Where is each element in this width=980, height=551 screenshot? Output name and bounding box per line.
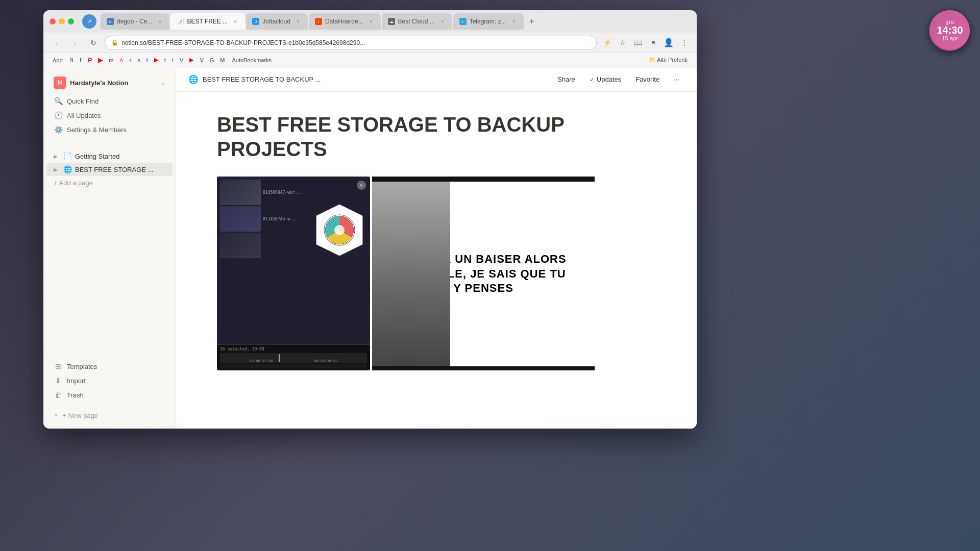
content-images: 010566947-wor... 011450746-w... xyxy=(217,177,595,370)
bookmark-label-app: App xyxy=(53,57,63,63)
minimize-button[interactable] xyxy=(59,18,65,24)
desktop: 14:30 15 apr ↗ d degoo - Ce... × xyxy=(0,0,980,551)
tab-telegram[interactable]: t Telegram: z... × xyxy=(453,13,524,30)
bookmark-yt3[interactable]: ▶ xyxy=(187,56,195,64)
bookmark-n[interactable]: N xyxy=(68,56,76,64)
sidebar-item-import[interactable]: ⬇ Import xyxy=(46,373,173,388)
svg-point-3 xyxy=(334,225,345,235)
clock-display-date: 15 apr xyxy=(942,35,958,41)
sidebar-item-trash[interactable]: 🗑 Trash xyxy=(46,388,173,402)
new-page-label: + New page xyxy=(62,412,98,419)
thumbnail-3 xyxy=(220,233,261,258)
nav-icons: ⚡ ☆ 📖 ≡ 👤 ⋮ xyxy=(601,36,691,49)
close-button[interactable] xyxy=(50,18,56,24)
fcp-icon xyxy=(314,202,365,258)
sidebar-spacer xyxy=(43,190,176,357)
sidebar-toggle[interactable]: ≡ xyxy=(647,36,660,49)
video-editor-bg: 010566947-wor... 011450746-w... xyxy=(217,177,370,370)
sidebar-item-templates[interactable]: ⊞ Templates xyxy=(46,359,173,373)
sidebar-bottom-section: ⊞ Templates ⬇ Import 🗑 Trash xyxy=(43,357,176,404)
workspace-icon: H xyxy=(54,77,66,89)
bookmark-s[interactable]: s xyxy=(135,56,142,64)
video-editor-image: 010566947-wor... 011450746-w... xyxy=(217,177,370,370)
maximize-button[interactable] xyxy=(68,18,74,24)
reload-button[interactable]: ↻ xyxy=(86,36,101,50)
url-bar[interactable]: 🔒 notion.so/BEST-FREE-STORAGE-TO-BACKUP-… xyxy=(105,36,597,50)
file-label-1: 010566947-wor... xyxy=(263,190,302,195)
tab-close-best-free[interactable]: × xyxy=(232,18,239,25)
nav-label-settings: Settings & Members xyxy=(67,126,127,134)
sidebar-item-all-updates[interactable]: 🕐 All Updates xyxy=(46,108,173,122)
tab-datahoader[interactable]: r DataHoarde... × xyxy=(309,13,381,30)
tab-degoo[interactable]: d degoo - Ce... × xyxy=(101,13,169,30)
bookmark-y[interactable]: ▶ xyxy=(96,56,105,65)
tab-close-jotta[interactable]: × xyxy=(295,18,302,25)
nav-label-import: Import xyxy=(67,377,86,385)
favorite-button[interactable]: Favorite xyxy=(630,73,665,85)
new-tab-button[interactable]: + xyxy=(525,14,539,29)
timeline-bar: 00:00:15:00 00:00:20:00 xyxy=(220,353,367,363)
sidebar-item-settings[interactable]: ⚙️ Settings & Members xyxy=(46,122,173,137)
notion-page-header: 🌐 BEST FREE STORAGE TO BACKUP ... Share … xyxy=(176,67,697,92)
tab-close-degoo[interactable]: × xyxy=(156,18,163,25)
workspace-header[interactable]: H Hardstyle's Notion ⌄ xyxy=(46,73,173,92)
woman-photo xyxy=(372,182,450,366)
bookmark-reddit[interactable]: A xyxy=(117,56,125,64)
tab-label-telegram: Telegram: z... xyxy=(470,18,506,25)
tab-best-free[interactable]: 📝 BEST FREE ... × xyxy=(170,13,245,30)
time-label-1: 00:00:15:00 xyxy=(250,359,273,363)
notion-main: 🌐 BEST FREE STORAGE TO BACKUP ... Share … xyxy=(176,67,697,429)
tab-label-jotta: Jottacloud xyxy=(262,18,290,25)
reader-button[interactable]: 📖 xyxy=(631,36,645,49)
sidebar-item-quick-find[interactable]: 🔍 Quick Find xyxy=(46,94,173,108)
bookmark-gmail[interactable]: G xyxy=(208,56,216,64)
playhead xyxy=(279,354,280,362)
bookmark-t2[interactable]: t xyxy=(162,56,168,64)
bookmark-v2[interactable]: V xyxy=(198,56,205,64)
page-best-free-storage[interactable]: ▶ 🌐 BEST FREE STORAGE ... xyxy=(46,163,173,176)
back-button[interactable]: ‹ xyxy=(50,36,64,50)
bookmark-r2[interactable]: r xyxy=(128,56,134,64)
breadcrumb-icon: 🌐 xyxy=(188,74,199,84)
page-getting-started[interactable]: ▶ 📄 Getting Started xyxy=(46,149,173,163)
lock-icon: 🔒 xyxy=(111,39,118,46)
more-button[interactable]: ⋮ xyxy=(677,36,691,49)
tab-close-cloud[interactable]: × xyxy=(439,18,446,25)
bookmark-yt2[interactable]: ▶ xyxy=(152,56,160,64)
bookmark-auto[interactable]: AutoBookmarks xyxy=(229,56,275,64)
add-page-button[interactable]: + Add a page xyxy=(46,177,173,189)
bookmark-altri[interactable]: 📁 Altri Preferiti xyxy=(646,56,691,64)
bookmark-mail[interactable]: M xyxy=(218,56,227,64)
page-arrow-1: ▶ xyxy=(52,152,60,160)
tab-best-cloud[interactable]: ☁ Best Cloud ... × xyxy=(382,13,452,30)
profile-icon[interactable]: ↗ xyxy=(82,14,96,29)
bookmark-p[interactable]: P xyxy=(86,56,94,65)
tab-jottacloud[interactable]: J Jottacloud × xyxy=(246,13,308,30)
bookmark-f[interactable]: f xyxy=(78,55,84,65)
bookmark-app[interactable]: App xyxy=(50,56,66,64)
page-title: BEST FREE STORAGE TO BACKUP PROJECTS xyxy=(217,112,595,161)
star-button[interactable]: ☆ xyxy=(616,36,629,49)
tab-close-data[interactable]: × xyxy=(368,18,375,25)
extensions-button[interactable]: ⚡ xyxy=(601,36,614,49)
tab-label-best-free: BEST FREE ... xyxy=(187,18,228,25)
system-clock: gio 14:30 15 apr xyxy=(930,10,970,50)
tab-close-telegram[interactable]: × xyxy=(510,18,518,25)
bookmark-twitch[interactable]: t xyxy=(170,56,176,64)
check-icon: ✓ xyxy=(590,76,595,83)
thumbnail-1 xyxy=(220,180,261,205)
bookmark-v[interactable]: V xyxy=(178,56,185,64)
new-page-footer[interactable]: + + New page xyxy=(46,408,173,422)
profile-button[interactable]: 👤 xyxy=(662,36,675,49)
breadcrumb-title: BEST FREE STORAGE TO BACKUP ... xyxy=(203,76,321,83)
more-options-button[interactable]: ··· xyxy=(669,73,684,85)
video-preview-area: JE VEUX UN BAISER ALORS DONNE LE, JE SAI… xyxy=(372,182,595,366)
bookmark-m[interactable]: m xyxy=(107,56,115,64)
tab-bar: d degoo - Ce... × 📝 BEST FREE ... × J Jo… xyxy=(101,13,691,30)
bookmark-t[interactable]: t xyxy=(144,56,150,64)
share-button[interactable]: Share xyxy=(552,73,580,85)
clock-display-time: 14:30 xyxy=(937,25,963,35)
forward-button[interactable]: › xyxy=(68,36,82,50)
close-btn-overlay[interactable]: × xyxy=(357,181,366,190)
updates-button[interactable]: ✓ Updates xyxy=(584,73,626,85)
